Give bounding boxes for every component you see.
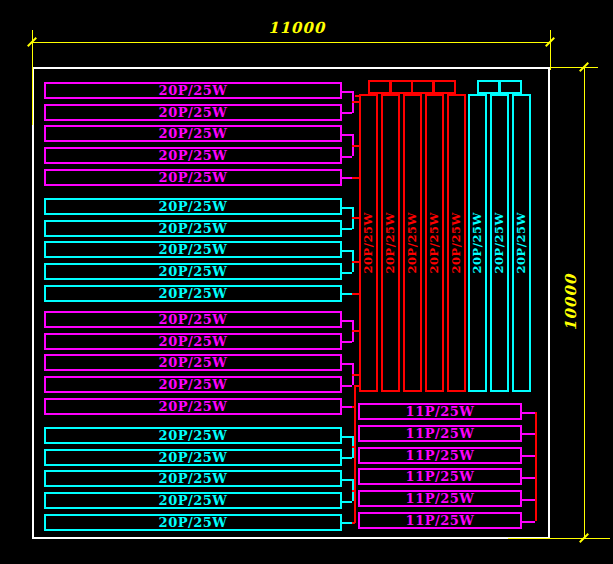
riser-header-cell (368, 80, 391, 94)
top-dimension-label: 11000 (268, 21, 325, 36)
riser-bar-label: 20P/25W (429, 212, 441, 273)
right-dimension-ext-top (550, 67, 598, 68)
riser-bar: 20P/25W (512, 94, 531, 392)
riser-header-cell (477, 80, 500, 94)
riser-header-cell (433, 80, 456, 94)
pipe-stub (342, 177, 352, 179)
pipe-stub (342, 250, 352, 252)
right-dimension-line (584, 67, 585, 538)
radiator-bar: 20P/25W (44, 147, 342, 164)
riser-header-cell (390, 80, 413, 94)
pipe-stub (342, 207, 352, 209)
pipe-stub (342, 457, 352, 459)
pipe-stub (342, 341, 352, 343)
riser-bar-label: 20P/25W (385, 212, 397, 273)
pipe-stub (342, 134, 352, 136)
top-dimension-ext-right (550, 30, 551, 70)
radiator-bar: 11P/25W (358, 425, 522, 442)
riser-bar: 20P/25W (447, 94, 466, 392)
pipe-stub (522, 499, 535, 501)
pipe-stub (522, 412, 535, 414)
radiator-bar: 20P/25W (44, 398, 342, 415)
top-dimension-ext-left (32, 30, 33, 125)
radiator-bar: 20P/25W (44, 449, 342, 466)
pipe-tap (352, 406, 355, 408)
pipe-stub (342, 91, 352, 93)
pipe-stub (342, 272, 352, 274)
pipe-stub (342, 112, 352, 114)
riser-bar-label: 20P/25W (407, 212, 419, 273)
pipe-stub (522, 455, 535, 457)
radiator-bar: 11P/25W (358, 468, 522, 485)
riser-bar-label: 20P/25W (472, 212, 484, 273)
riser-bar-label: 20P/25W (516, 212, 528, 273)
riser-bar: 20P/25W (490, 94, 509, 392)
radiator-bar: 20P/25W (44, 427, 342, 444)
riser-bar-label: 20P/25W (363, 212, 375, 273)
radiator-bar: 20P/25W (44, 169, 342, 186)
radiator-bar: 20P/25W (44, 198, 342, 215)
radiator-bar: 20P/25W (44, 376, 342, 393)
pipe-stub (342, 228, 352, 230)
right-dimension-ext-bottom (508, 538, 610, 539)
pipe-stub (522, 477, 535, 479)
pipe-stub (342, 406, 352, 408)
radiator-bar: 20P/25W (44, 311, 342, 328)
pipe-stub (342, 363, 352, 365)
riser-bar: 20P/25W (468, 94, 487, 392)
pipe-tap (352, 446, 355, 448)
riser-bar-label: 20P/25W (494, 212, 506, 273)
riser-bar: 20P/25W (425, 94, 444, 392)
cad-drawing-canvas: 11000 10000 20P/25W20P/25W20P/25W20P/25W… (0, 0, 613, 564)
radiator-bar: 11P/25W (358, 490, 522, 507)
top-dimension-line (32, 42, 550, 43)
radiator-bar: 20P/25W (44, 125, 342, 142)
radiator-bar: 11P/25W (358, 403, 522, 420)
pipe-tap (352, 522, 355, 524)
pipe-stub (342, 320, 352, 322)
pipe-stub (342, 501, 352, 503)
right-dimension-label: 10000 (564, 268, 579, 338)
pipe-stub (342, 156, 352, 158)
radiator-bar: 20P/25W (44, 514, 342, 531)
pipe-stub (342, 522, 352, 524)
riser-bar: 20P/25W (403, 94, 422, 392)
radiator-bar: 20P/25W (44, 104, 342, 121)
pipe-stub (342, 436, 352, 438)
radiator-bar: 20P/25W (44, 470, 342, 487)
riser-bar: 20P/25W (381, 94, 400, 392)
pipe-stub (342, 293, 352, 295)
pipe-tap (352, 490, 355, 492)
pipe-stub (522, 433, 535, 435)
radiator-bar: 20P/25W (44, 354, 342, 371)
radiator-bar: 20P/25W (44, 492, 342, 509)
pipe-stub (342, 479, 352, 481)
riser-header-cell (411, 80, 434, 94)
radiator-bar: 20P/25W (44, 285, 342, 302)
radiator-bar: 20P/25W (44, 241, 342, 258)
riser-header-cell (499, 80, 522, 94)
radiator-bar: 20P/25W (44, 82, 342, 99)
pipe-stub (342, 385, 352, 387)
radiator-bar: 11P/25W (358, 447, 522, 464)
radiator-bar: 20P/25W (44, 263, 342, 280)
riser-bar-label: 20P/25W (451, 212, 463, 273)
pipe-stub (522, 521, 535, 523)
radiator-bar: 11P/25W (358, 512, 522, 529)
radiator-bar: 20P/25W (44, 220, 342, 237)
radiator-bar: 20P/25W (44, 333, 342, 350)
pipe-trunk-right (535, 412, 537, 521)
riser-bar: 20P/25W (359, 94, 378, 392)
